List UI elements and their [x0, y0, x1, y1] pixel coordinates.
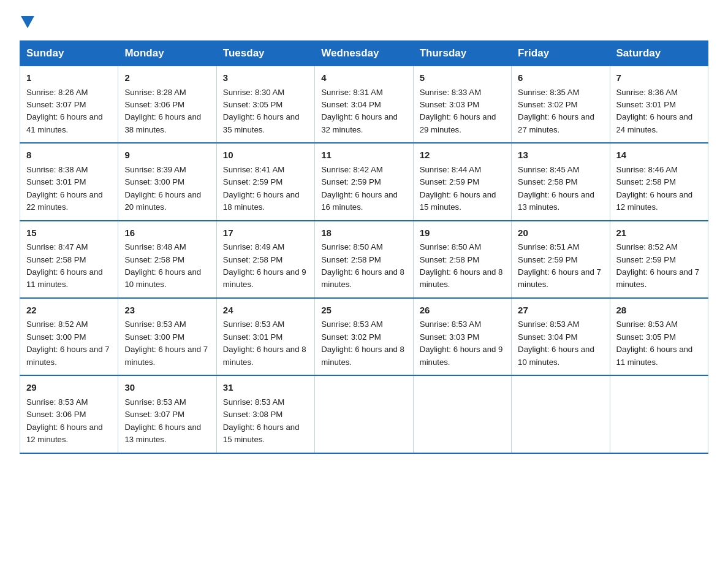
- calendar-cell: 31Sunrise: 8:53 AMSunset: 3:08 PMDayligh…: [216, 375, 314, 453]
- calendar-cell: 23Sunrise: 8:53 AMSunset: 3:00 PMDayligh…: [118, 298, 216, 375]
- day-info: Sunrise: 8:41 AMSunset: 2:59 PMDaylight:…: [223, 164, 308, 214]
- day-info: Sunrise: 8:48 AMSunset: 2:58 PMDaylight:…: [124, 241, 210, 291]
- day-number: 15: [26, 226, 112, 240]
- day-info: Sunrise: 8:51 AMSunset: 2:59 PMDaylight:…: [518, 241, 603, 291]
- week-row-3: 15Sunrise: 8:47 AMSunset: 2:58 PMDayligh…: [20, 221, 708, 298]
- day-info: Sunrise: 8:53 AMSunset: 3:01 PMDaylight:…: [223, 318, 308, 369]
- day-number: 10: [223, 148, 308, 163]
- day-info: Sunrise: 8:53 AMSunset: 3:08 PMDaylight:…: [223, 396, 308, 446]
- header-sunday: Sunday: [20, 41, 118, 66]
- calendar-cell: 13Sunrise: 8:45 AMSunset: 2:58 PMDayligh…: [512, 143, 610, 220]
- calendar-cell: 8Sunrise: 8:38 AMSunset: 3:01 PMDaylight…: [20, 143, 118, 220]
- header-friday: Friday: [512, 41, 610, 66]
- day-number: 18: [321, 226, 406, 240]
- calendar-cell: 6Sunrise: 8:35 AMSunset: 3:02 PMDaylight…: [512, 66, 610, 144]
- calendar-cell: 15Sunrise: 8:47 AMSunset: 2:58 PMDayligh…: [20, 221, 118, 298]
- day-number: 21: [616, 226, 702, 240]
- day-info: Sunrise: 8:50 AMSunset: 2:58 PMDaylight:…: [321, 241, 406, 291]
- day-info: Sunrise: 8:53 AMSunset: 3:04 PMDaylight:…: [518, 318, 603, 369]
- calendar-cell: 1Sunrise: 8:26 AMSunset: 3:07 PMDaylight…: [20, 66, 118, 144]
- calendar-cell: [413, 375, 511, 453]
- header-tuesday: Tuesday: [216, 41, 314, 66]
- day-number: 27: [518, 304, 603, 318]
- calendar-cell: 28Sunrise: 8:53 AMSunset: 3:05 PMDayligh…: [610, 298, 708, 375]
- day-info: Sunrise: 8:50 AMSunset: 2:58 PMDaylight:…: [420, 241, 505, 291]
- day-info: Sunrise: 8:53 AMSunset: 3:07 PMDaylight:…: [124, 396, 210, 446]
- calendar-cell: 18Sunrise: 8:50 AMSunset: 2:58 PMDayligh…: [315, 221, 413, 298]
- day-number: 28: [616, 304, 702, 318]
- day-info: Sunrise: 8:31 AMSunset: 3:04 PMDaylight:…: [321, 86, 406, 137]
- day-number: 14: [616, 148, 702, 163]
- day-info: Sunrise: 8:53 AMSunset: 3:06 PMDaylight:…: [26, 396, 112, 446]
- calendar-cell: 3Sunrise: 8:30 AMSunset: 3:05 PMDaylight…: [216, 66, 314, 144]
- day-info: Sunrise: 8:36 AMSunset: 3:01 PMDaylight:…: [616, 86, 702, 137]
- day-info: Sunrise: 8:53 AMSunset: 3:00 PMDaylight:…: [124, 318, 210, 369]
- day-info: Sunrise: 8:46 AMSunset: 2:58 PMDaylight:…: [616, 164, 702, 214]
- header-monday: Monday: [118, 41, 216, 66]
- day-info: Sunrise: 8:33 AMSunset: 3:03 PMDaylight:…: [420, 86, 505, 137]
- day-info: Sunrise: 8:49 AMSunset: 2:58 PMDaylight:…: [223, 241, 308, 291]
- week-row-1: 1Sunrise: 8:26 AMSunset: 3:07 PMDaylight…: [20, 66, 708, 144]
- day-info: Sunrise: 8:53 AMSunset: 3:05 PMDaylight:…: [616, 318, 702, 369]
- calendar-cell: 7Sunrise: 8:36 AMSunset: 3:01 PMDaylight…: [610, 66, 708, 144]
- day-number: 13: [518, 148, 603, 163]
- calendar-cell: 9Sunrise: 8:39 AMSunset: 3:00 PMDaylight…: [118, 143, 216, 220]
- calendar-header-row: SundayMondayTuesdayWednesdayThursdayFrid…: [20, 41, 708, 66]
- day-info: Sunrise: 8:38 AMSunset: 3:01 PMDaylight:…: [26, 164, 112, 214]
- header-wednesday: Wednesday: [315, 41, 413, 66]
- day-info: Sunrise: 8:35 AMSunset: 3:02 PMDaylight:…: [518, 86, 603, 137]
- day-number: 22: [26, 304, 112, 318]
- day-number: 31: [223, 381, 308, 395]
- day-number: 7: [616, 71, 702, 85]
- day-info: Sunrise: 8:44 AMSunset: 2:59 PMDaylight:…: [420, 164, 505, 214]
- day-info: Sunrise: 8:45 AMSunset: 2:58 PMDaylight:…: [518, 164, 603, 214]
- day-number: 16: [124, 226, 210, 240]
- day-number: 12: [420, 148, 505, 163]
- day-info: Sunrise: 8:26 AMSunset: 3:07 PMDaylight:…: [26, 86, 112, 137]
- header-thursday: Thursday: [413, 41, 511, 66]
- day-number: 5: [420, 71, 505, 85]
- day-number: 24: [223, 304, 308, 318]
- calendar-cell: [315, 375, 413, 453]
- calendar-cell: 22Sunrise: 8:52 AMSunset: 3:00 PMDayligh…: [20, 298, 118, 375]
- week-row-2: 8Sunrise: 8:38 AMSunset: 3:01 PMDaylight…: [20, 143, 708, 220]
- day-number: 26: [420, 304, 505, 318]
- calendar-table: SundayMondayTuesdayWednesdayThursdayFrid…: [20, 40, 708, 454]
- day-info: Sunrise: 8:52 AMSunset: 3:00 PMDaylight:…: [26, 318, 112, 369]
- logo-icon: [21, 16, 34, 29]
- calendar-cell: [610, 375, 708, 453]
- header-saturday: Saturday: [610, 41, 708, 66]
- calendar-cell: 19Sunrise: 8:50 AMSunset: 2:58 PMDayligh…: [413, 221, 511, 298]
- day-info: Sunrise: 8:53 AMSunset: 3:02 PMDaylight:…: [321, 318, 406, 369]
- calendar-cell: 27Sunrise: 8:53 AMSunset: 3:04 PMDayligh…: [512, 298, 610, 375]
- day-number: 20: [518, 226, 603, 240]
- day-info: Sunrise: 8:47 AMSunset: 2:58 PMDaylight:…: [26, 241, 112, 291]
- day-number: 19: [420, 226, 505, 240]
- day-info: Sunrise: 8:39 AMSunset: 3:00 PMDaylight:…: [124, 164, 210, 214]
- day-number: 30: [124, 381, 210, 395]
- calendar-cell: 17Sunrise: 8:49 AMSunset: 2:58 PMDayligh…: [216, 221, 314, 298]
- day-number: 23: [124, 304, 210, 318]
- calendar-cell: 12Sunrise: 8:44 AMSunset: 2:59 PMDayligh…: [413, 143, 511, 220]
- day-info: Sunrise: 8:53 AMSunset: 3:03 PMDaylight:…: [420, 318, 505, 369]
- day-number: 2: [124, 71, 210, 85]
- svg-marker-0: [21, 16, 34, 28]
- calendar-cell: 20Sunrise: 8:51 AMSunset: 2:59 PMDayligh…: [512, 221, 610, 298]
- day-number: 8: [26, 148, 112, 163]
- day-number: 3: [223, 71, 308, 85]
- logo: [20, 15, 34, 29]
- day-number: 4: [321, 71, 406, 85]
- calendar-cell: 26Sunrise: 8:53 AMSunset: 3:03 PMDayligh…: [413, 298, 511, 375]
- calendar-cell: 21Sunrise: 8:52 AMSunset: 2:59 PMDayligh…: [610, 221, 708, 298]
- calendar-cell: 2Sunrise: 8:28 AMSunset: 3:06 PMDaylight…: [118, 66, 216, 144]
- day-info: Sunrise: 8:52 AMSunset: 2:59 PMDaylight:…: [616, 241, 702, 291]
- day-number: 1: [26, 71, 112, 85]
- calendar-cell: 30Sunrise: 8:53 AMSunset: 3:07 PMDayligh…: [118, 375, 216, 453]
- day-number: 17: [223, 226, 308, 240]
- calendar-cell: 16Sunrise: 8:48 AMSunset: 2:58 PMDayligh…: [118, 221, 216, 298]
- calendar-cell: 14Sunrise: 8:46 AMSunset: 2:58 PMDayligh…: [610, 143, 708, 220]
- day-number: 11: [321, 148, 406, 163]
- week-row-4: 22Sunrise: 8:52 AMSunset: 3:00 PMDayligh…: [20, 298, 708, 375]
- page-header: [20, 15, 708, 29]
- day-number: 6: [518, 71, 603, 85]
